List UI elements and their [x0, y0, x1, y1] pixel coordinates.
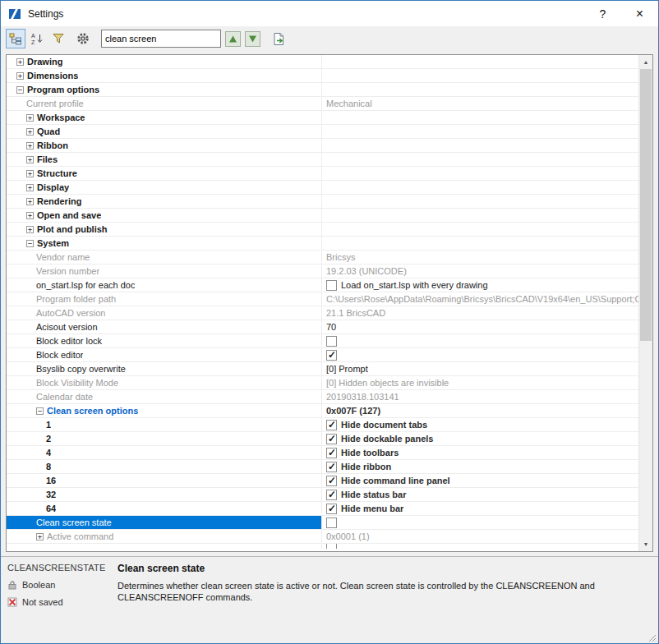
alphabetic-view-button[interactable]: A Z	[27, 29, 47, 48]
resize-grip[interactable]	[646, 631, 657, 642]
tree-row[interactable]: +Files	[7, 153, 638, 167]
collapse-icon[interactable]: −	[26, 240, 34, 247]
tree-row[interactable]: +Open and save	[7, 209, 638, 223]
tree-row[interactable]: 4Hide toolbars	[7, 446, 638, 460]
tree-row[interactable]: +Rendering	[7, 195, 638, 209]
tree-row[interactable]: −Program options	[7, 83, 638, 97]
expand-icon[interactable]: +	[16, 72, 24, 80]
tree-row[interactable]: Acisout version70	[7, 320, 638, 334]
scrollbar-track[interactable]	[639, 69, 652, 537]
checkbox-unchecked[interactable]	[326, 518, 337, 528]
tree-row[interactable]: Program folder pathC:\Users\Rose\AppData…	[7, 292, 638, 306]
tree-row[interactable]: 8Hide ribbon	[7, 460, 638, 474]
find-previous-button[interactable]	[225, 31, 241, 47]
export-button[interactable]	[269, 29, 288, 48]
tree-row[interactable]: Block editor lock	[7, 334, 638, 348]
tree-row[interactable]: +Active command0x0001 (1)	[7, 530, 638, 544]
row-value: C:\Users\Rose\AppData\Roaming\Bricsys\Br…	[326, 294, 638, 304]
tree-row[interactable]: 1Hide document tabs	[7, 418, 638, 432]
checkbox-checked[interactable]	[326, 350, 337, 361]
checkbox-checked[interactable]	[326, 420, 337, 430]
expand-icon[interactable]: +	[26, 156, 34, 163]
settings-tree: +Drawing+Dimensions−Program optionsCurre…	[6, 54, 653, 552]
checkbox-checked[interactable]	[326, 434, 337, 444]
tree-row[interactable]: Vendor nameBricsys	[7, 251, 638, 264]
vertical-scrollbar[interactable]: ▲ ▼	[638, 55, 652, 551]
row-label: Clean screen options	[47, 406, 138, 416]
expand-icon[interactable]: +	[26, 128, 34, 136]
scrollbar-thumb[interactable]	[640, 69, 652, 341]
expand-icon[interactable]: +	[26, 198, 34, 205]
find-next-button[interactable]	[245, 31, 260, 47]
expand-icon[interactable]: +	[26, 170, 34, 177]
tree-row[interactable]: −System	[7, 237, 638, 251]
tree-row[interactable]: 64Hide menu bar	[7, 502, 638, 516]
filter-button[interactable]	[48, 29, 68, 48]
svg-text:A: A	[31, 33, 35, 39]
tree-row[interactable]: +Display	[7, 181, 638, 195]
tree-row[interactable]: 2Hide dockable panels	[7, 432, 638, 446]
row-label: Ribbon	[37, 140, 68, 150]
tree-row[interactable]: Current profileMechanical	[7, 97, 638, 111]
row-value: Hide status bar	[341, 490, 406, 499]
row-label: Dimensions	[27, 71, 78, 80]
row-label: Acisout version	[36, 322, 98, 332]
tree-row[interactable]: +Structure	[7, 167, 638, 181]
tree-row[interactable]: Version number19.2.03 (UNICODE)	[7, 264, 638, 278]
bricscad-logo-icon	[7, 7, 22, 21]
checkbox-checked[interactable]	[326, 490, 337, 500]
export-file-icon	[272, 32, 286, 46]
expand-icon[interactable]: +	[16, 58, 24, 66]
expand-icon[interactable]: +	[26, 212, 34, 219]
tree-row[interactable]: Bsyslib copy overwrite[0] Prompt	[7, 362, 638, 376]
tree-row[interactable]: 32Hide status bar	[7, 488, 638, 502]
row-label: Workspace	[37, 113, 85, 122]
tree-row[interactable]: Calendar date20190318.103141	[7, 390, 638, 404]
tree-row[interactable]: AutoCAD version21.1 BricsCAD	[7, 306, 638, 320]
row-label: 2	[46, 434, 51, 444]
tree-row[interactable]: Block Visibility Mode[0] Hidden objects …	[7, 376, 638, 390]
collapse-icon[interactable]: −	[36, 407, 44, 415]
row-value: 19.2.03 (UNICODE)	[326, 266, 407, 276]
tree-row[interactable]: +Ribbon	[7, 139, 638, 153]
search-input[interactable]	[101, 30, 221, 48]
row-label: Version number	[36, 266, 99, 276]
tree-row[interactable]: +Workspace	[7, 111, 638, 125]
settings-gear-button[interactable]	[73, 29, 93, 48]
row-label: System	[37, 238, 69, 248]
tree-row[interactable]: +Drawing	[7, 55, 638, 69]
checkbox-checked[interactable]	[326, 462, 337, 472]
checkbox-checked[interactable]	[326, 504, 337, 514]
expand-icon[interactable]: +	[26, 142, 34, 150]
checkbox-unchecked[interactable]	[326, 280, 337, 291]
categorized-view-button[interactable]	[6, 29, 25, 48]
expand-icon[interactable]: +	[36, 533, 44, 540]
tree-row[interactable]: 16Hide command line panel	[7, 474, 638, 488]
row-label: on_start.lsp for each doc	[36, 280, 135, 290]
expand-icon[interactable]: +	[26, 184, 34, 191]
tree-row[interactable]: −Clean screen options0x007F (127)	[7, 404, 638, 418]
scroll-up-button[interactable]: ▲	[639, 55, 652, 69]
checkbox-unchecked[interactable]	[326, 336, 337, 347]
tree-row-selected[interactable]: Clean screen state	[7, 516, 638, 530]
tree-row[interactable]: Block editor	[7, 348, 638, 362]
tree-row[interactable]	[7, 544, 638, 549]
row-label: Open and save	[37, 210, 101, 220]
svg-text:Z: Z	[31, 39, 35, 45]
expand-icon[interactable]: +	[26, 114, 34, 122]
scroll-down-button[interactable]: ▼	[639, 537, 652, 551]
tree-row[interactable]: +Quad	[7, 125, 638, 139]
row-label: Quad	[37, 126, 60, 136]
expand-icon[interactable]: +	[26, 226, 34, 233]
checkbox-checked[interactable]	[326, 448, 337, 458]
row-label: Rendering	[37, 196, 81, 206]
checkbox-unchecked[interactable]	[326, 544, 337, 549]
help-button[interactable]: ?	[584, 1, 621, 26]
tree-row[interactable]: +Plot and publish	[7, 223, 638, 237]
tree-row[interactable]: +Dimensions	[7, 69, 638, 83]
collapse-icon[interactable]: −	[16, 86, 24, 94]
close-button[interactable]: ×	[621, 1, 658, 26]
checkbox-checked[interactable]	[326, 476, 337, 486]
row-label: Block editor lock	[36, 336, 102, 346]
tree-row[interactable]: on_start.lsp for each docLoad on_start.l…	[7, 278, 638, 292]
